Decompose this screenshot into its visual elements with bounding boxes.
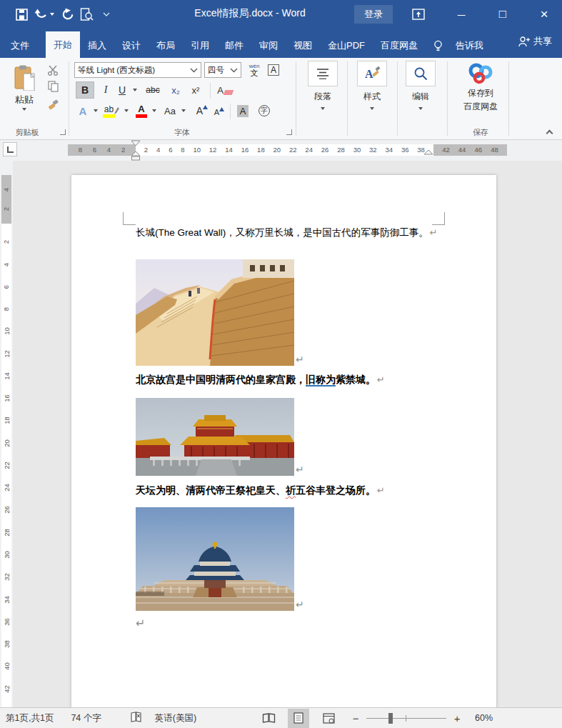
tab-insert[interactable]: 插入 — [80, 34, 114, 58]
clipboard-dialog-launcher[interactable] — [60, 129, 66, 135]
text-highlight-dropdown-icon[interactable] — [124, 109, 129, 112]
italic-button[interactable]: I — [99, 81, 113, 99]
ruler-number: 36 — [401, 144, 409, 156]
paragraph-text: 长城(The Great Wall)，又称万里长城，是中国古代的军事防御工事。 — [136, 227, 428, 238]
collapse-ribbon-chevron-icon[interactable] — [546, 130, 553, 137]
subscript-button[interactable]: x₂ — [167, 81, 184, 99]
phonetic-guide-button[interactable]: wén 文 — [246, 61, 263, 79]
font-dialog-launcher[interactable] — [286, 129, 292, 135]
tab-baidu-netdisk[interactable]: 百度网盘 — [373, 34, 426, 58]
tell-me-label: 告诉我 — [456, 39, 483, 52]
close-button[interactable]: × — [528, 0, 560, 29]
right-indent-marker[interactable] — [423, 149, 433, 156]
text-effects-dropdown-icon[interactable] — [94, 109, 98, 112]
ruler-number: 8 — [79, 144, 82, 156]
zoom-slider-thumb[interactable] — [388, 713, 393, 724]
page-indicator[interactable]: 第1页,共1页 — [6, 712, 54, 724]
tab-mailings[interactable]: 邮件 — [217, 34, 251, 58]
strikethrough-button[interactable]: abc — [141, 81, 164, 99]
tab-view[interactable]: 视图 — [286, 34, 320, 58]
read-mode-button[interactable] — [258, 709, 279, 728]
svg-text:A: A — [365, 68, 373, 80]
paste-button[interactable] — [7, 62, 41, 94]
language-indicator[interactable]: 英语(美国) — [155, 712, 196, 724]
page[interactable]: 长城(The Great Wall)，又称万里长城，是中国古代的军事防御工事。↵ — [71, 175, 496, 707]
paragraph-text: 紫禁城。 — [336, 374, 376, 385]
paragraph-group-button[interactable]: 段落 — [302, 61, 343, 110]
minimize-button[interactable]: ─ — [446, 0, 477, 29]
tab-layout[interactable]: 布局 — [149, 34, 183, 58]
copy-button[interactable] — [44, 80, 61, 93]
styles-icon: A — [357, 61, 387, 86]
clear-formatting-button[interactable]: A — [214, 81, 236, 99]
paragraph-mark: ↵ — [296, 354, 304, 365]
ribbon-display-options-icon[interactable] — [410, 6, 427, 23]
paragraph-text: 天坛为明、清两代帝王祭祀皇天、 — [136, 484, 286, 496]
tab-home[interactable]: 开始 — [46, 31, 80, 58]
zoom-slider[interactable] — [366, 709, 446, 728]
change-case-button[interactable]: Aa — [160, 102, 180, 119]
save-to-baidu-netdisk-button[interactable]: 保存到 百度网盘 — [456, 61, 506, 115]
cut-button[interactable] — [44, 64, 61, 76]
underline-dropdown-icon[interactable] — [133, 89, 137, 91]
tab-file[interactable]: 文件 — [3, 34, 37, 58]
bold-button[interactable]: B — [76, 81, 94, 99]
web-layout-button[interactable] — [318, 709, 339, 728]
font-color-button[interactable]: A — [133, 102, 150, 119]
grow-font-glyph: A — [196, 105, 203, 116]
ruler-number: 42 — [442, 144, 450, 156]
text-boundary-corner-left — [123, 212, 136, 225]
paragraph-great-wall[interactable]: 长城(The Great Wall)，又称万里长城，是中国古代的军事防御工事。↵ — [136, 226, 438, 239]
character-border-button[interactable]: A — [266, 62, 281, 78]
format-painter-button[interactable] — [44, 98, 61, 111]
ruler-number: 14 — [225, 144, 233, 156]
ruler-row: 8642 2468101214161820222426283032343638 … — [0, 140, 562, 161]
forbidden-city-photo[interactable] — [136, 398, 294, 476]
underline-button[interactable]: U — [114, 81, 130, 99]
text-highlight-button[interactable]: ab — [101, 102, 121, 119]
proofing-errors-icon[interactable] — [130, 712, 142, 725]
tab-design[interactable]: 设计 — [114, 34, 149, 58]
document-area[interactable]: 长城(The Great Wall)，又称万里长城，是中国古代的军事防御工事。↵ — [13, 161, 562, 707]
paragraph-forbidden-city[interactable]: 北京故宫是中国明清两代的皇家宫殿，旧称为紫禁城。↵ — [136, 374, 385, 387]
tab-stop-selector[interactable] — [3, 142, 17, 156]
zoom-in-button[interactable]: + — [452, 712, 462, 724]
zoom-level[interactable]: 60% — [475, 713, 493, 723]
ruler-number: 24 — [305, 144, 313, 156]
first-line-indent-marker[interactable] — [131, 140, 141, 146]
shrink-font-button[interactable]: A — [211, 104, 227, 121]
hanging-indent-marker[interactable] — [131, 151, 141, 161]
share-label: 共享 — [533, 35, 552, 48]
maximize-button[interactable]: □ — [487, 0, 518, 29]
sign-in-button[interactable]: 登录 — [354, 5, 393, 24]
editing-group-button[interactable]: 编辑 — [400, 61, 441, 110]
font-color-dropdown-icon[interactable] — [152, 109, 156, 112]
text-effects-button[interactable]: A — [74, 102, 91, 119]
ruler-number: 2 — [144, 144, 148, 156]
great-wall-photo[interactable] — [136, 259, 294, 366]
superscript-button[interactable]: x² — [187, 81, 204, 99]
styles-group-button[interactable]: A 样式 — [351, 61, 393, 110]
paragraph-temple-of-heaven[interactable]: 天坛为明、清两代帝王祭祀皇天、祈五谷丰登之场所。↵ — [136, 484, 385, 497]
temple-of-heaven-photo[interactable] — [136, 507, 294, 611]
end-of-document-mark: ↵ — [136, 617, 145, 630]
enclose-characters-button[interactable]: 字 — [256, 102, 273, 119]
ruler-number: 38 — [2, 640, 10, 648]
tab-references[interactable]: 引用 — [183, 34, 217, 58]
ruler-number: 16 — [2, 394, 10, 402]
text-boundary-corner-right — [432, 212, 445, 225]
change-case-dropdown-icon[interactable] — [181, 109, 186, 112]
tab-kingsoft-pdf[interactable]: 金山PDF — [320, 34, 373, 58]
print-layout-button[interactable] — [288, 709, 309, 728]
tab-tell-me[interactable]: 告诉我 — [426, 34, 491, 58]
tab-review[interactable]: 审阅 — [251, 34, 286, 58]
font-size-combobox[interactable]: 四号 — [204, 62, 241, 78]
font-name-combobox[interactable]: 等线 Light (西文标题) — [74, 62, 201, 78]
character-shading-button[interactable]: A — [234, 102, 251, 119]
grow-font-button[interactable]: A — [194, 102, 210, 119]
zoom-out-button[interactable]: − — [351, 712, 361, 724]
share-button[interactable]: 共享 — [518, 35, 552, 48]
word-count[interactable]: 74 个字 — [71, 712, 101, 724]
paste-dropdown-icon[interactable] — [22, 108, 26, 111]
paste-label[interactable]: 粘贴 — [7, 94, 41, 106]
